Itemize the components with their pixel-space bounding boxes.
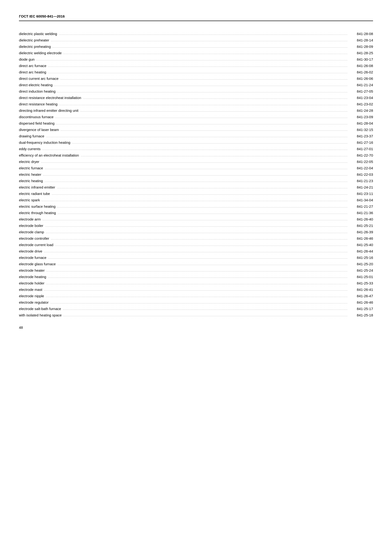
list-item: electrode heater841-25-24 — [19, 267, 373, 274]
code-value: 841-21-36 — [349, 211, 373, 215]
dots-separator — [58, 214, 347, 214]
code-value: 841-26-46 — [349, 236, 373, 240]
term-label: dispersed field heating — [19, 121, 55, 125]
term-label: direct arc heating — [19, 70, 46, 74]
term-label: electric radiant tube — [19, 192, 50, 196]
list-item: eddy currents841-27-01 — [19, 146, 373, 152]
term-label: direct resistance heating — [19, 102, 58, 106]
term-label: direct current arc furnace — [19, 76, 59, 81]
term-label: electric through heating — [19, 211, 56, 215]
term-label: direct arc furnace — [19, 64, 46, 68]
list-item: electric infrared emitter841-24-21 — [19, 184, 373, 190]
code-value: 841-21-27 — [349, 204, 373, 208]
dots-separator — [63, 316, 347, 316]
dots-separator — [44, 252, 347, 252]
code-value: 841-25-18 — [349, 313, 373, 317]
term-label: dielectric plastic welding — [19, 32, 57, 36]
code-value: 841-22-03 — [349, 173, 373, 176]
code-value: 841-23-11 — [349, 192, 373, 196]
list-item: electrode nipple841-26-47 — [19, 293, 373, 299]
dots-separator — [46, 137, 347, 137]
term-label: directing infrared emitter directing uni… — [19, 109, 78, 112]
list-item: dielectric preheating841-28-09 — [19, 43, 373, 50]
code-value: 841-24-21 — [349, 185, 373, 189]
dots-separator — [56, 124, 347, 124]
list-item: discontinuous furnace841-23-09 — [19, 114, 373, 120]
code-value: 841-23-37 — [349, 134, 373, 138]
term-label: electrode heating — [19, 275, 46, 279]
code-value: 841-28-09 — [349, 45, 373, 48]
term-label: drawing furnace — [19, 134, 44, 138]
list-item: with isolated heating space841-25-18 — [19, 312, 373, 318]
code-value: 841-25-20 — [349, 262, 373, 266]
list-item: efficiency of an electroheat installatio… — [19, 152, 373, 159]
code-value: 841-27-16 — [349, 140, 373, 145]
dots-separator — [72, 143, 347, 144]
index-table: dielectric plastic welding841-28-08diele… — [19, 31, 373, 318]
code-value: 841-26-47 — [349, 294, 373, 298]
dots-separator — [44, 290, 347, 291]
term-label: electrode clamp — [19, 230, 44, 234]
list-item: electric furnace841-22-04 — [19, 165, 373, 171]
term-label: direct electric heating — [19, 83, 53, 87]
dots-separator — [50, 303, 347, 303]
list-item: dielectric plastic welding841-28-08 — [19, 31, 373, 37]
list-item: electrode holder841-25-33 — [19, 280, 373, 286]
code-value: 841-27-05 — [349, 89, 373, 93]
list-item: dual-frequency induction heating841-27-1… — [19, 139, 373, 146]
term-label: electrode regulator — [19, 300, 49, 304]
list-item: electric dryer841-22-05 — [19, 159, 373, 165]
list-item: electrode glass furnace841-25-20 — [19, 261, 373, 267]
dots-separator — [43, 220, 347, 220]
list-item: electrode boiler841-25-21 — [19, 222, 373, 229]
code-value: 841-28-14 — [349, 38, 373, 42]
list-item: electric heater841-22-03 — [19, 171, 373, 178]
term-label: electrode glass furnace — [19, 262, 56, 266]
code-value: 841-25-16 — [349, 256, 373, 260]
dots-separator — [52, 194, 347, 195]
code-value: 841-23-02 — [349, 102, 373, 106]
page-number: 48 — [19, 325, 23, 329]
dots-separator — [61, 131, 347, 131]
dots-separator — [45, 226, 347, 227]
list-item: electric spark841-34-04 — [19, 197, 373, 203]
code-value: 841-22-05 — [349, 160, 373, 164]
page-header: ГОСТ IEC 60050-841—2016 — [19, 14, 373, 21]
list-item: electric surface heating841-21-27 — [19, 203, 373, 210]
dots-separator — [45, 182, 347, 182]
dots-separator — [57, 92, 347, 92]
dots-separator — [46, 233, 347, 233]
code-value: 841-26-06 — [349, 76, 373, 81]
list-item: electrode mast841-26-41 — [19, 286, 373, 293]
code-value: 841-25-17 — [349, 307, 373, 311]
list-item: direct resistance electroheat installati… — [19, 95, 373, 101]
term-label: electric dryer — [19, 160, 39, 164]
list-item: divergence of laser beam841-32-15 — [19, 126, 373, 133]
list-item: electrode heating841-25-01 — [19, 274, 373, 280]
dots-separator — [53, 47, 347, 48]
dots-separator — [48, 277, 347, 278]
list-item: electrode drive841-26-44 — [19, 248, 373, 254]
code-value: 841-25-33 — [349, 281, 373, 285]
dots-separator — [83, 98, 347, 99]
list-item: direct arc furnace841-26-08 — [19, 62, 373, 69]
dots-separator — [63, 310, 347, 310]
term-label: electrode holder — [19, 281, 45, 285]
code-value: 841-26-02 — [349, 70, 373, 74]
term-label: electric heater — [19, 173, 41, 176]
list-item: dielectric welding electrode841-28-25 — [19, 50, 373, 56]
code-value: 841-26-40 — [349, 217, 373, 221]
term-label: discontinuous furnace — [19, 115, 54, 119]
term-label: electrode furnace — [19, 256, 46, 260]
term-label: electrode arm — [19, 217, 41, 221]
code-value: 841-23-04 — [349, 96, 373, 100]
dots-separator — [46, 271, 347, 271]
dots-separator — [51, 41, 347, 41]
code-value: 841-22-04 — [349, 166, 373, 170]
list-item: electrode clamp841-26-39 — [19, 229, 373, 235]
dots-separator — [57, 207, 347, 208]
dots-separator — [80, 111, 347, 111]
term-label: electrode current load — [19, 243, 53, 247]
term-label: electric heating — [19, 179, 43, 183]
dots-separator — [46, 284, 347, 284]
